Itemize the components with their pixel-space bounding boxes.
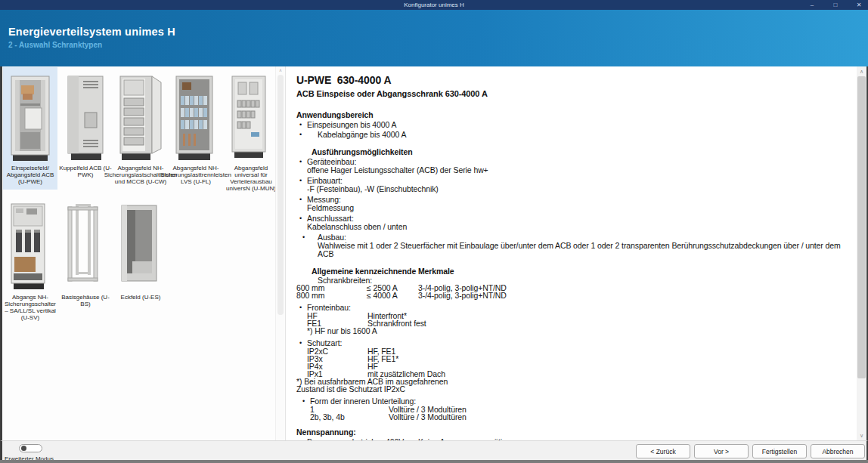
sidebar-item-u-bs[interactable]: Basisgehäuse (U-BS) (58, 196, 113, 312)
cabinet-closed-door-icon (62, 67, 109, 162)
bullet-line: •Messung: (299, 196, 851, 204)
cabinet-vertical-switch-icon (7, 196, 54, 292)
sidebar-item-label: Basisgehäuse (U-BS) (58, 292, 113, 307)
cabinet-type-list: Einspeisefeld/ Abgangsfeld ACB (U-PWE)Ku… (2, 66, 285, 326)
sidebar-item-label: Abgangsfeld universal für Verteilerausba… (224, 162, 278, 192)
sidebar-item-u-pwe[interactable]: Einspeisefeld/ Abgangsfeld ACB (U-PWE) (3, 67, 57, 190)
sidebar-item-u-fl[interactable]: Abgangsfeld NH-Sicherungslasttrennleiste… (169, 67, 223, 190)
section-heading: Allgemeine kennzeichnende Merkmale (296, 267, 851, 276)
sidebar-item-u-sv[interactable]: Abgangs NH-Sicherungsschalter – SA/LL/SL… (3, 196, 57, 326)
window-bottom-edge (0, 460, 868, 463)
header: Energieverteilsystem unimes H 2 - Auswah… (0, 10, 868, 66)
erweiterter-modus-toggle[interactable] (19, 444, 42, 452)
detail-title: U-PWE 630-4000 A (296, 74, 851, 87)
bullet-item: •Ausbau:Wahlweise mit 1 oder 2 Steuerfäc… (296, 233, 851, 258)
sidebar-item-u-es[interactable]: Eckfeld (U-ES) (113, 196, 168, 305)
bullet-line: •Form der inneren Unterteilung: (302, 397, 851, 406)
detail-scrollbar[interactable]: ∧ ∨ (857, 66, 866, 440)
text-line: Zustand ist die Schutzart IP2xC (296, 385, 851, 393)
sidebar-item-label: Eckfeld (U-ES) (120, 292, 162, 301)
cancel-button[interactable]: Abbrechen (811, 444, 865, 458)
cabinet-fuse-rows-icon (172, 67, 219, 162)
scroll-up-icon[interactable]: ∧ (276, 66, 285, 74)
detail-panel: U-PWE 630-4000 A ACB Einspeise oder Abga… (285, 66, 866, 440)
text-line: *) HF nur bis 1600 A (296, 327, 851, 335)
section-heading: Ausführungsmöglichkeiten (296, 148, 851, 156)
cabinet-corner-icon (117, 196, 164, 292)
titlebar: Konfigurator unimes H – □ ✕ (0, 0, 868, 10)
section-heading: Anwendungsbereich (296, 111, 851, 119)
toggle-knob (21, 446, 26, 451)
bullet-sub-line: offene Hager Leistungsschalter (ACB) der… (299, 166, 851, 174)
bullet-item: •Messung:Feldmessung (296, 196, 851, 212)
bullet-item: •Einspeisungen bis 4000 A (296, 121, 851, 129)
bullet-item: •Anschlussart:Kabelanschluss oben / unte… (296, 215, 851, 231)
sidebar-item-label: Abgangsfeld NH-Sicherungslasttrennleiste… (160, 162, 232, 185)
wizard-buttons: < ZurückVor >FertigstellenAbbrechen (636, 444, 865, 458)
close-icon[interactable]: ✕ (854, 0, 863, 10)
table-row: IP3xHF, FE1* (296, 355, 851, 363)
cabinet-type-panel: Einspeisefeld/ Abgangsfeld ACB (U-PWE)Ku… (2, 66, 285, 440)
main-area: Einspeisefeld/ Abgangsfeld ACB (U-PWE)Ku… (0, 66, 868, 440)
detail-content: U-PWE 630-4000 A ACB Einspeise oder Abga… (296, 73, 851, 440)
maximize-icon[interactable]: □ (831, 0, 840, 10)
bullet-sub-line: Wahlweise mit 1 oder 2 Steuerfächer mit … (302, 242, 851, 258)
app-window: Konfigurator unimes H – □ ✕ Energieverte… (0, 0, 868, 463)
minimize-icon[interactable]: – (808, 0, 817, 10)
next-button[interactable]: Vor > (694, 444, 749, 458)
cabinet-modules-door-icon (117, 67, 164, 162)
page-title: Energieverteilsystem unimes H (8, 26, 868, 38)
wizard-step-label: 2 - Auswahl Schranktypen (8, 41, 868, 49)
scroll-down-icon[interactable]: ∨ (857, 431, 866, 440)
table-row: 1Volltüre / 3 Modultüren (296, 406, 851, 413)
bullet-sub-line: -F (Festeinbau), -W (Einschubtechnik) (299, 185, 851, 193)
detail-scrollbar-thumb[interactable] (857, 76, 866, 378)
detail-subtitle: ACB Einspeise oder Abgangsschrank 630-40… (296, 89, 851, 99)
cabinet-open-acb-icon (7, 67, 54, 162)
bullet-item: •Kabelabgänge bis 4000 A (296, 131, 851, 139)
back-button[interactable]: < Zurück (636, 444, 690, 458)
bullet-item: •Einbauart:-F (Festeinbau), -W (Einschub… (296, 177, 851, 193)
table-row: 800 mm≤ 4000 A3-/4-polig, 3-polig+NT/ND (296, 292, 851, 299)
window-title: Konfigurator unimes H (404, 0, 464, 10)
sidebar-scrollbar[interactable]: ∧ (275, 66, 285, 440)
bullet-line: •Kabelabgänge bis 4000 A (299, 131, 851, 139)
table-row: 2b, 3b, 4bVolltüre / 3 Modultüren (296, 413, 851, 421)
section-heading: Nennspannung: (296, 428, 851, 437)
finish-button[interactable]: Fertigstellen (752, 444, 807, 458)
bullet-line: •Einspeisungen bis 4000 A (299, 121, 851, 129)
bullet-sub-line: Feldmessung (299, 204, 851, 212)
bullet-item: •Geräteeinbau:offene Hager Leistungsscha… (296, 158, 851, 174)
sidebar-item-label: Einspeisefeld/ Abgangsfeld ACB (U-PWE) (3, 162, 57, 185)
scroll-up-icon[interactable]: ∧ (857, 66, 866, 76)
sidebar-item-u-mun[interactable]: Abgangsfeld universal für Verteilerausba… (224, 67, 278, 196)
sidebar-item-label: Abgangs NH-Sicherungsschalter – SA/LL/SL… (3, 292, 57, 321)
cabinet-frame-icon (62, 196, 109, 292)
bullet-sub-line: Kabelanschluss oben / unten (299, 223, 851, 231)
sidebar-scrollbar-thumb[interactable] (277, 75, 284, 315)
table-row: FE1Schrankfront fest (296, 319, 851, 327)
cabinet-universal-icon (228, 67, 274, 162)
bullet-item: •Form der inneren Unterteilung: (296, 397, 851, 406)
footer: Erweiterter Modus < ZurückVor >Fertigste… (0, 440, 868, 463)
